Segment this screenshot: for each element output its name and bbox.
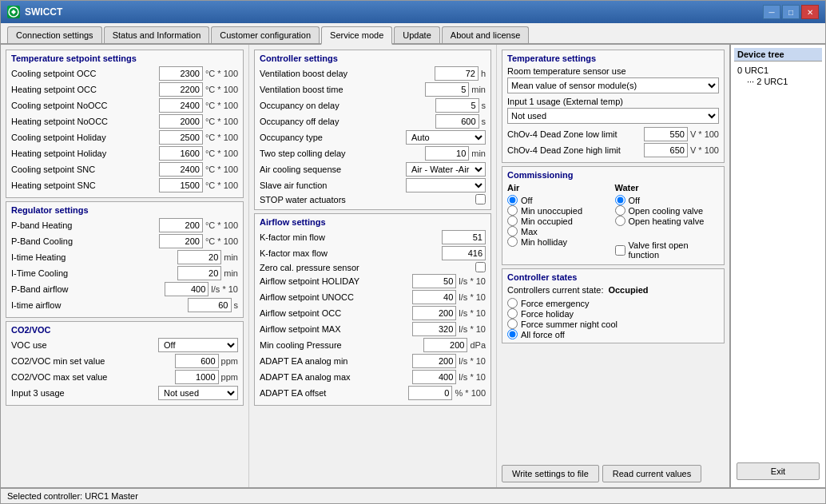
cooling-setpoint-noocc-unit: °C * 100 [205, 101, 238, 110]
water-open-heating-radio[interactable] [615, 216, 625, 226]
commissioning-air-col: Air Off Min unoccupied Min occupied [507, 183, 612, 261]
p-band-heating-unit: °C * 100 [205, 220, 238, 230]
device-node-urc1-2[interactable]: ··· 2 URC1 [734, 76, 822, 87]
cooling-setpoint-holiday-input[interactable] [159, 130, 203, 145]
voc-use-dropdown[interactable]: Off [158, 338, 238, 352]
water-off-row: Off [615, 195, 720, 205]
i-time-airflow-input[interactable] [188, 298, 232, 312]
heating-setpoint-snc-input[interactable] [159, 178, 203, 192]
air-off-radio[interactable] [507, 195, 518, 205]
input1-usage-dropdown[interactable]: Not used [507, 108, 719, 124]
all-force-off-radio[interactable] [507, 329, 518, 339]
minimize-button[interactable]: ─ [763, 5, 780, 19]
main-window: SWICCT ─ □ ✕ Connection settings Status … [0, 0, 826, 504]
adapt-ea-offset-input[interactable] [408, 386, 452, 400]
read-current-button[interactable]: Read current values [602, 465, 701, 482]
tab-connection-settings[interactable]: Connection settings [7, 26, 102, 43]
airflow-holiday-input[interactable] [412, 274, 456, 288]
force-holiday-radio[interactable] [507, 308, 518, 319]
input3-usage-dropdown[interactable]: Not used [158, 386, 238, 400]
room-temp-sensor-dropdown[interactable]: Mean value of sensor module(s) [507, 77, 719, 93]
heating-setpoint-noocc-row: Heating setpoint NoOCC °C * 100 [11, 114, 238, 129]
maximize-button[interactable]: □ [782, 5, 800, 19]
left-panels: Temperature setpoint settings Cooling se… [1, 45, 248, 487]
tab-update[interactable]: Update [394, 26, 439, 43]
air-min-holliday-radio[interactable] [507, 236, 518, 247]
airflow-unocc-input[interactable] [412, 290, 456, 304]
water-open-cooling-radio[interactable] [615, 205, 625, 216]
occupancy-type-dropdown[interactable]: Auto [406, 130, 486, 145]
cooling-setpoint-snc-input[interactable] [159, 162, 203, 177]
airflow-max-unit: l/s * 10 [459, 324, 486, 334]
tab-service-mode[interactable]: Service mode [321, 26, 392, 45]
k-factor-max-input[interactable] [442, 246, 486, 260]
dead-zone-low-input[interactable] [644, 127, 688, 141]
p-band-airflow-input[interactable] [165, 282, 208, 296]
tab-about-license[interactable]: About and license [442, 26, 529, 43]
k-factor-min-input[interactable] [442, 230, 486, 244]
i-time-heating-unit: min [224, 252, 238, 262]
adapt-ea-max-input[interactable] [412, 370, 456, 384]
vent-boost-time-input[interactable] [425, 82, 469, 97]
tabs-bar: Connection settings Status and Informati… [1, 23, 825, 45]
close-button[interactable]: ✕ [801, 5, 819, 19]
i-time-airflow-row: I-time airflow s [11, 298, 238, 312]
controller-states-group: Controller states Controllers current st… [502, 268, 725, 343]
cooling-setpoint-snc-row: Cooling setpoint SNC °C * 100 [11, 162, 238, 177]
adapt-ea-max-label: ADAPT EA analog max [260, 372, 412, 382]
airflow-max-input[interactable] [412, 322, 456, 336]
slave-air-function-dropdown[interactable] [406, 178, 486, 192]
write-settings-button[interactable]: Write settings to file [502, 465, 599, 482]
device-node-urc1-0[interactable]: 0 URC1 [734, 65, 822, 76]
tab-customer-configuration[interactable]: Customer configuration [211, 26, 320, 43]
p-band-heating-input[interactable] [159, 218, 203, 232]
stop-water-actuators-checkbox[interactable] [475, 194, 486, 204]
voc-use-row: VOC use Off [11, 338, 238, 352]
force-summer-night-label: Force summer night cool [521, 319, 618, 329]
i-time-heating-input[interactable] [177, 250, 221, 264]
slave-air-function-label: Slave air function [260, 181, 406, 190]
min-cooling-pressure-label: Min cooling Pressure [260, 340, 423, 350]
dead-zone-high-input[interactable] [644, 143, 688, 157]
vent-boost-delay-input[interactable] [435, 66, 479, 81]
occupancy-off-delay-input[interactable] [435, 114, 479, 129]
bottom-buttons: Write settings to file Read current valu… [502, 465, 725, 482]
i-time-cooling-input[interactable] [177, 266, 221, 280]
exit-button[interactable]: Exit [737, 462, 820, 480]
p-band-cooling-input[interactable] [159, 234, 203, 248]
force-emergency-label: Force emergency [521, 299, 590, 308]
i-time-heating-label: I-time Heating [11, 252, 177, 262]
airflow-occ-input[interactable] [412, 306, 456, 320]
commissioning-water-title: Water [615, 183, 720, 192]
air-min-occ-radio[interactable] [507, 216, 518, 226]
main-content: Temperature setpoint settings Cooling se… [1, 45, 825, 487]
valve-first-open-checkbox[interactable] [615, 245, 625, 256]
air-min-unocc-radio[interactable] [507, 205, 518, 216]
force-summer-night-radio[interactable] [507, 319, 518, 329]
water-off-radio[interactable] [615, 195, 625, 205]
i-time-cooling-unit: min [224, 268, 238, 278]
two-step-cooling-input[interactable] [425, 146, 469, 161]
min-cooling-pressure-input[interactable] [423, 338, 467, 352]
p-band-airflow-unit: l/s * 10 [211, 284, 238, 294]
tab-status-information[interactable]: Status and Information [104, 26, 210, 43]
co2-min-input[interactable] [175, 354, 219, 368]
adapt-ea-min-input[interactable] [412, 354, 456, 368]
air-max-radio[interactable] [507, 226, 518, 236]
stop-water-actuators-row: STOP water actuators [260, 194, 486, 204]
valve-first-open-row: Valve first open function [615, 240, 720, 260]
airflow-occ-label: Airflow setpoint OCC [260, 308, 412, 318]
cooling-setpoint-occ-input[interactable] [159, 66, 203, 81]
heating-setpoint-noocc-input[interactable] [159, 114, 203, 129]
heating-setpoint-holiday-input[interactable] [159, 146, 203, 161]
co2-max-input[interactable] [175, 370, 219, 384]
zero-cal-pressure-checkbox[interactable] [475, 262, 486, 272]
co2-voc-title: CO2/VOC [11, 325, 238, 335]
air-cooling-seq-dropdown[interactable]: Air - Water -Air [406, 162, 486, 177]
cooling-setpoint-noocc-input[interactable] [159, 98, 203, 113]
occupancy-on-delay-input[interactable] [435, 98, 479, 113]
force-emergency-radio[interactable] [507, 298, 518, 308]
air-min-holliday-label: Min holliday [521, 237, 567, 247]
heating-setpoint-occ-input[interactable] [159, 82, 203, 97]
co2-min-label: CO2/VOC min set value [11, 356, 175, 366]
